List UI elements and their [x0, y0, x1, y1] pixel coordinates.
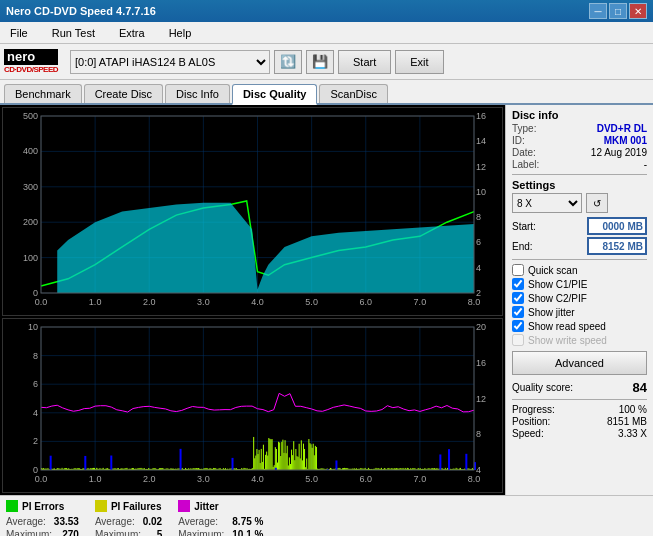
pi-failures-max-value: 5 [157, 529, 163, 536]
chart-lower [2, 318, 503, 493]
tab-create-disc[interactable]: Create Disc [84, 84, 163, 103]
disc-type-value: DVD+R DL [597, 123, 647, 134]
disc-date-row: Date: 12 Aug 2019 [512, 147, 647, 158]
tab-benchmark[interactable]: Benchmark [4, 84, 82, 103]
menu-bar: File Run Test Extra Help [0, 22, 653, 44]
pi-failures-avg-row: Average: 0.02 [95, 516, 162, 527]
start-mb-label: Start: [512, 221, 536, 232]
advanced-button[interactable]: Advanced [512, 351, 647, 375]
pi-failures-group: PI Failures Average: 0.02 Maximum: 5 Tot… [95, 500, 162, 536]
show-jitter-label: Show jitter [528, 307, 575, 318]
disc-label-value: - [644, 159, 647, 170]
show-jitter-checkbox[interactable] [512, 306, 524, 318]
maximize-button[interactable]: □ [609, 3, 627, 19]
jitter-max-row: Maximum: 10.1 % [178, 529, 263, 536]
jitter-group: Jitter Average: 8.75 % Maximum: 10.1 % P… [178, 500, 263, 536]
toolbar: nero CD·DVD/SPEED [0:0] ATAPI iHAS124 B … [0, 44, 653, 80]
show-write-speed-checkbox[interactable] [512, 334, 524, 346]
progress-label: Progress: [512, 404, 555, 415]
speed-row: 8 X 4 X 6 X 12 X 16 X ↺ [512, 193, 647, 213]
separator-3 [512, 399, 647, 400]
pi-failures-title: PI Failures [111, 501, 162, 512]
pi-errors-avg-row: Average: 33.53 [6, 516, 79, 527]
tab-bar: Benchmark Create Disc Disc Info Disc Qua… [0, 80, 653, 105]
show-read-speed-row: Show read speed [512, 320, 647, 332]
refresh-icon[interactable]: 🔃 [274, 50, 302, 74]
progress-value: 100 % [619, 404, 647, 415]
speed-selector[interactable]: 8 X 4 X 6 X 12 X 16 X [512, 193, 582, 213]
charts-area [0, 105, 505, 495]
start-button[interactable]: Start [338, 50, 391, 74]
close-button[interactable]: ✕ [629, 3, 647, 19]
pi-errors-title: PI Errors [22, 501, 64, 512]
quality-value: 84 [633, 380, 647, 395]
disc-label-row: Label: - [512, 159, 647, 170]
position-row: Position: 8151 MB [512, 416, 647, 427]
nero-logo: nero CD·DVD/SPEED [4, 49, 58, 74]
show-c2pif-checkbox[interactable] [512, 292, 524, 304]
show-c2pif-row: Show C2/PIF [512, 292, 647, 304]
disc-date-value: 12 Aug 2019 [591, 147, 647, 158]
drive-selector[interactable]: [0:0] ATAPI iHAS124 B AL0S [70, 50, 270, 74]
show-write-speed-label: Show write speed [528, 335, 607, 346]
pi-failures-max-label: Maximum: [95, 529, 141, 536]
tab-scandisc[interactable]: ScanDisc [319, 84, 387, 103]
nero-logo-text: nero [4, 49, 58, 65]
jitter-header: Jitter [178, 500, 263, 512]
show-c1pie-row: Show C1/PIE [512, 278, 647, 290]
disc-type-row: Type: DVD+R DL [512, 123, 647, 134]
window-controls: ─ □ ✕ [589, 3, 647, 19]
disc-label-label: Label: [512, 159, 539, 170]
save-icon[interactable]: 💾 [306, 50, 334, 74]
jitter-max-label: Maximum: [178, 529, 224, 536]
chart-upper [2, 107, 503, 316]
tab-disc-quality[interactable]: Disc Quality [232, 84, 318, 105]
menu-run-test[interactable]: Run Test [46, 25, 101, 41]
jitter-avg-label: Average: [178, 516, 218, 527]
pi-errors-legend-box [6, 500, 18, 512]
menu-file[interactable]: File [4, 25, 34, 41]
menu-extra[interactable]: Extra [113, 25, 151, 41]
speed-refresh-icon[interactable]: ↺ [586, 193, 608, 213]
start-mb-row: Start: [512, 217, 647, 235]
jitter-avg-row: Average: 8.75 % [178, 516, 263, 527]
quick-scan-row: Quick scan [512, 264, 647, 276]
start-mb-input[interactable] [587, 217, 647, 235]
quick-scan-label: Quick scan [528, 265, 577, 276]
end-mb-input[interactable] [587, 237, 647, 255]
position-value: 8151 MB [607, 416, 647, 427]
quality-row: Quality score: 84 [512, 380, 647, 395]
pi-errors-avg-value: 33.53 [54, 516, 79, 527]
jitter-avg-value: 8.75 % [232, 516, 263, 527]
pi-failures-legend-box [95, 500, 107, 512]
show-c1pie-checkbox[interactable] [512, 278, 524, 290]
jitter-title: Jitter [194, 501, 218, 512]
lower-chart-canvas [3, 319, 502, 492]
minimize-button[interactable]: ─ [589, 3, 607, 19]
main-content: Disc info Type: DVD+R DL ID: MKM 001 Dat… [0, 105, 653, 495]
exit-button[interactable]: Exit [395, 50, 443, 74]
show-read-speed-checkbox[interactable] [512, 320, 524, 332]
speed-row-progress: Speed: 3.33 X [512, 428, 647, 439]
end-mb-label: End: [512, 241, 533, 252]
disc-id-row: ID: MKM 001 [512, 135, 647, 146]
position-label: Position: [512, 416, 550, 427]
title-bar: Nero CD-DVD Speed 4.7.7.16 ─ □ ✕ [0, 0, 653, 22]
show-write-speed-row: Show write speed [512, 334, 647, 346]
show-read-speed-label: Show read speed [528, 321, 606, 332]
pi-errors-group: PI Errors Average: 33.53 Maximum: 270 To… [6, 500, 79, 536]
disc-type-label: Type: [512, 123, 536, 134]
separator-1 [512, 174, 647, 175]
quick-scan-checkbox[interactable] [512, 264, 524, 276]
menu-help[interactable]: Help [163, 25, 198, 41]
pi-failures-header: PI Failures [95, 500, 162, 512]
pi-failures-avg-value: 0.02 [143, 516, 162, 527]
disc-id-value: MKM 001 [604, 135, 647, 146]
pi-errors-max-label: Maximum: [6, 529, 52, 536]
pi-errors-header: PI Errors [6, 500, 79, 512]
tab-disc-info[interactable]: Disc Info [165, 84, 230, 103]
end-mb-row: End: [512, 237, 647, 255]
right-panel: Disc info Type: DVD+R DL ID: MKM 001 Dat… [505, 105, 653, 495]
speed-progress-value: 3.33 X [618, 428, 647, 439]
show-c1pie-label: Show C1/PIE [528, 279, 587, 290]
